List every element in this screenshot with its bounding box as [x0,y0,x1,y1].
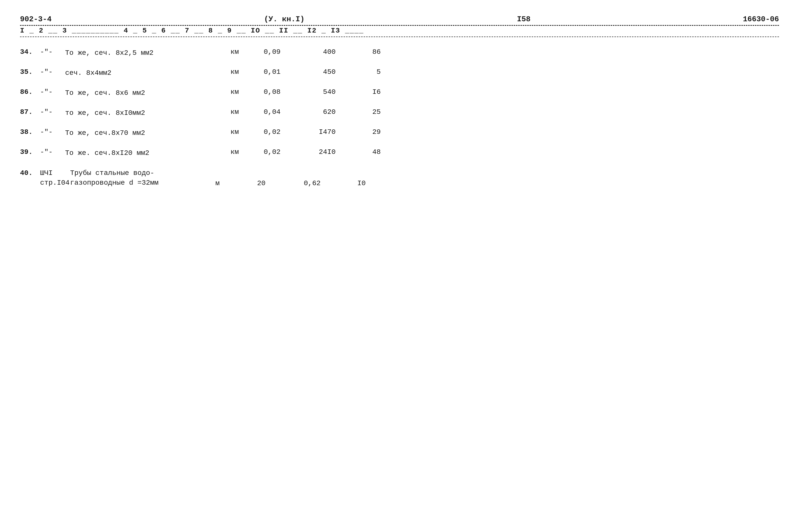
column-header: I _ 2 __ 3 __________ 4 _ 5 _ 6 __ 7 __ … [20,27,779,35]
table-row: 35. -"- сеч. 8х4мм2 км 0,01 450 5 [20,64,779,84]
row-desc: То же, сеч.8х70 мм2 [65,128,231,138]
row-total: I0 [321,179,366,188]
row-unit: км [231,128,251,136]
row-ref: -"- [40,108,65,116]
row-desc: То же, сеч. 8х6 мм2 [65,88,231,98]
row-qty: 0,09 [251,48,280,56]
dashed-separator-1 [20,25,779,26]
row-number: 35. [20,68,40,76]
row-unit: км [231,148,251,156]
data-table: 34. -"- То же, сеч. 8х2,5 мм2 км 0,09 40… [20,44,779,191]
row-qty: 0,04 [251,108,280,116]
row-ref: -"- [40,128,65,136]
row-qty: 0,01 [251,68,280,76]
row-total: 5 [335,68,381,76]
row-price: 450 [280,68,335,76]
row-price: 540 [280,88,335,96]
row-qty: 20 [235,179,266,188]
header-middle: I58 [517,15,530,23]
row-total: 29 [335,128,381,136]
row-ref: -"- [40,148,65,156]
row-total: 86 [335,48,381,56]
table-row: 87. -"- то же, сеч. 8хI0мм2 км 0,04 620 … [20,104,779,125]
row-unit: км [231,88,251,96]
table-row: 38. -"- То же, сеч.8х70 мм2 км 0,02 I470… [20,125,779,145]
dashed-separator-2 [20,37,779,37]
row-unit: км [231,68,251,76]
row-qty: 0,02 [251,128,280,136]
header-right: 16630-06 [743,15,779,23]
row-number: 87. [20,108,40,116]
table-row: 40. ШЧI стр.I04 Трубы стальные водо- газ… [20,165,779,191]
row-ref: ШЧI стр.I04 [40,168,70,188]
row-price: 24I0 [280,148,335,156]
row-desc: то же, сеч. 8хI0мм2 [65,108,231,118]
row-number: 40. [20,168,40,178]
row-unit: км [231,108,251,116]
row-total: 25 [335,108,381,116]
row-qty: 0,02 [251,148,280,156]
row-desc: сеч. 8х4мм2 [65,68,231,78]
row-unit: км [231,48,251,56]
page-container: 902-3-4 (У. кн.I) I58 16630-06 I _ 2 __ … [20,15,779,191]
row-unit: м [215,179,235,188]
row-total: I6 [335,88,381,96]
row-ref: -"- [40,48,65,56]
row-desc: То же, сеч. 8х2,5 мм2 [65,48,231,58]
row-desc: То же. сеч.8хI20 мм2 [65,148,231,158]
table-row: 86. -"- То же, сеч. 8х6 мм2 км 0,08 540 … [20,84,779,104]
row-ref: -"- [40,68,65,76]
row-qty: 0,08 [251,88,280,96]
table-row: 39. -"- То же. сеч.8хI20 мм2 км 0,02 24I… [20,145,779,165]
row-price: 400 [280,48,335,56]
row-total: 48 [335,148,381,156]
row-number: 34. [20,48,40,56]
header-row: 902-3-4 (У. кн.I) I58 16630-06 [20,15,779,23]
table-row: 34. -"- То же, сеч. 8х2,5 мм2 км 0,09 40… [20,44,779,64]
row-number: 86. [20,88,40,96]
row-desc: Трубы стальные водо- газопроводные d =32… [70,168,215,188]
row-price: I470 [280,128,335,136]
row-price: 0,62 [266,179,321,188]
row-number: 38. [20,128,40,136]
row-ref: -"- [40,88,65,96]
header-center: (У. кн.I) [264,15,305,23]
row-price: 620 [280,108,335,116]
row-number: 39. [20,148,40,156]
header-left: 902-3-4 [20,15,52,23]
